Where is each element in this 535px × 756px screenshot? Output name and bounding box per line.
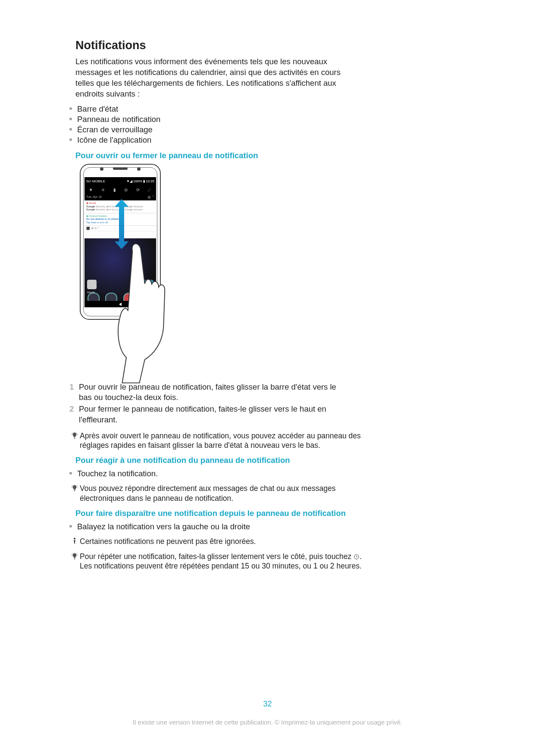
footer-note: Il existe une version Internet de cette …: [0, 719, 535, 726]
step-number: 2: [69, 404, 79, 425]
lightbulb-icon: [69, 431, 80, 440]
notification-card: ◉ Gmail Google Security alert for yo ed …: [84, 200, 156, 213]
svg-line-7: [77, 485, 77, 486]
warning-text: Certaines notifications ne peuvent pas ê…: [80, 537, 256, 547]
page-heading: Notifications: [75, 39, 460, 52]
place-item: Écran de verrouillage: [77, 125, 153, 134]
tip-text: Après avoir ouvert le panneau de notific…: [80, 431, 363, 451]
qs-dnd-icon: ⊖: [124, 187, 128, 192]
exclamation-icon: [69, 537, 80, 545]
step-text: Pour fermer le panneau de notification, …: [79, 404, 350, 425]
clock-icon: [354, 554, 360, 560]
bullet-icon: [69, 525, 72, 528]
tip-text: Vous pouvez répondre directement aux mes…: [80, 484, 363, 503]
list-item: Balayez la notification vers la gauche o…: [77, 522, 250, 531]
section3-title: Pour faire disparaître une notification …: [75, 509, 460, 518]
place-item: Barre d'état: [77, 104, 118, 114]
bullet-icon: [69, 128, 72, 131]
page-number: 32: [0, 700, 535, 709]
tip-text: Pour répéter une notification, faites-la…: [80, 552, 363, 572]
quick-settings-row: ▼ ⚹ ▮ ⊖ ⟳ ☄: [84, 185, 156, 194]
list-item: Touchez la notification.: [77, 469, 158, 478]
svg-line-3: [77, 433, 77, 433]
qs-flashlight-icon: ☄: [148, 187, 152, 192]
phone-illustration: SO MOBILE ▼◢ 100% ▮ 10:35 ▼ ⚹ ▮ ⊖ ⟳ ☄: [75, 164, 460, 379]
svg-line-12: [77, 553, 77, 554]
bullet-icon: [69, 138, 72, 141]
hand-illustration: [110, 237, 192, 388]
qs-wifi-icon: ▼: [89, 187, 93, 192]
places-list: Barre d'état Panneau de notification Écr…: [69, 104, 460, 145]
notification-card: ◉ Android System Do not disturb is on (A…: [84, 213, 156, 226]
qs-bluetooth-icon: ⚹: [101, 187, 105, 192]
bullet-icon: [69, 118, 72, 120]
section1-title: Pour ouvrir ou fermer le panneau de noti…: [75, 151, 460, 160]
bullet-icon: [69, 472, 72, 475]
qs-battery-icon: ▮: [113, 187, 116, 192]
tip-block: Après avoir ouvert le panneau de notific…: [69, 431, 363, 451]
bullet-icon: [69, 107, 72, 110]
row-icons: ⬛ ⚙ ⟳ ˅: [84, 226, 156, 231]
date-label: Tue, Apr 10: [86, 195, 102, 200]
svg-line-2: [72, 433, 72, 433]
step-number: 1: [69, 382, 79, 403]
intro-text: Les notifications vous informent des évé…: [75, 56, 351, 100]
lightbulb-icon: [69, 552, 80, 560]
gear-icon: ⚙ ˅: [147, 195, 154, 200]
svg-point-8: [74, 538, 75, 540]
status-right: ▼◢ 100% ▮ 10:35: [126, 179, 154, 183]
place-item: Panneau de notification: [77, 114, 160, 124]
place-item: Icône de l'application: [77, 135, 151, 145]
warning-block: Certaines notifications ne peuvent pas ê…: [69, 537, 363, 547]
tip-block: Vous pouvez répondre directement aux mes…: [69, 484, 363, 503]
steps-list: 1Pour ouvrir le panneau de notification,…: [69, 382, 460, 425]
svg-line-11: [72, 553, 72, 554]
lightbulb-icon: [69, 484, 80, 492]
svg-line-6: [72, 485, 72, 486]
carrier-label: SO MOBILE: [86, 179, 105, 183]
section2-title: Pour réagir à une notification du pannea…: [75, 456, 460, 465]
tip-block: Pour répéter une notification, faites-la…: [69, 552, 363, 572]
qs-rotate-icon: ⟳: [136, 187, 140, 192]
